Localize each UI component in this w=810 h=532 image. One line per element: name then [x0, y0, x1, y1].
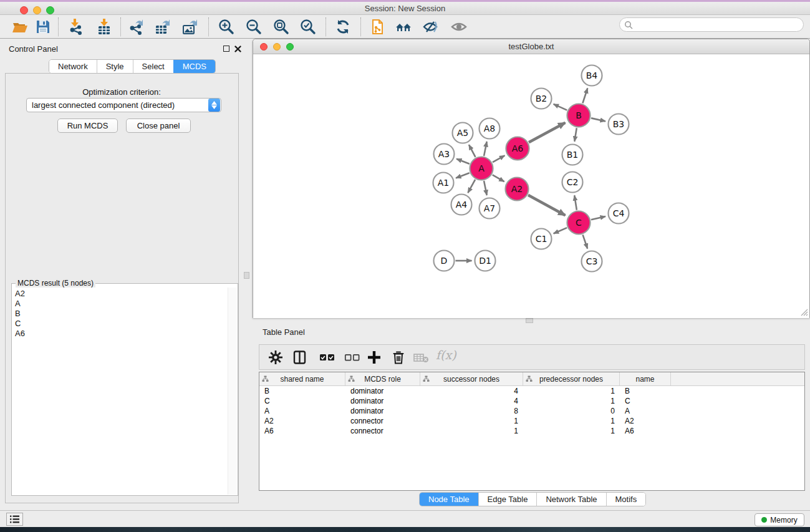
column-header-shared-name[interactable]: shared name: [259, 372, 345, 385]
column-header-MCDS-role[interactable]: MCDS role: [345, 372, 420, 385]
graph-node-C3[interactable]: C3: [582, 251, 602, 272]
graph-node-A7[interactable]: A7: [480, 198, 500, 219]
window-resize-grip[interactable]: [800, 308, 808, 316]
graph-edge-A-A2[interactable]: [493, 175, 504, 181]
criterion-dropdown[interactable]: largest connected component (directed): [26, 98, 221, 112]
select-all-icon[interactable]: [319, 350, 335, 365]
task-history-button[interactable]: [6, 513, 23, 526]
search-input[interactable]: [633, 19, 803, 31]
network-close-button[interactable]: [260, 43, 268, 51]
open-file-icon[interactable]: [11, 18, 29, 36]
export-network-icon[interactable]: [128, 18, 145, 36]
mcds-result-list[interactable]: A2ABCA6: [12, 288, 228, 495]
graph-edge-C-C4[interactable]: [591, 216, 605, 220]
refresh-icon[interactable]: [334, 18, 352, 36]
graph-node-B1[interactable]: B1: [562, 145, 583, 165]
graph-edge-B-B4[interactable]: [582, 88, 587, 103]
graph-node-B[interactable]: B: [567, 104, 591, 127]
graph-node-A8[interactable]: A8: [480, 118, 500, 139]
houses-icon[interactable]: [395, 18, 412, 36]
graph-edge-A-A8[interactable]: [484, 142, 487, 156]
graph-node-B3[interactable]: B3: [609, 114, 629, 135]
graph-edge-B-B3[interactable]: [591, 118, 605, 121]
zoom-selected-icon[interactable]: [299, 18, 316, 36]
table-row[interactable]: Bdominator41B: [259, 386, 804, 396]
network-canvas[interactable]: B4B2BB3A5A8A6B1A3AA1C2A2A4A7C4CC1C3DD1: [253, 54, 809, 318]
horizontal-splitter-handle[interactable]: [526, 318, 533, 323]
column-header-successor-nodes[interactable]: successor nodes: [420, 372, 523, 385]
graph-node-A3[interactable]: A3: [434, 144, 455, 165]
graph-node-C1[interactable]: C1: [531, 229, 552, 249]
graph-edge-A-A3[interactable]: [456, 159, 470, 164]
new-network-document-icon[interactable]: [369, 18, 387, 36]
run-mcds-button[interactable]: Run MCDS: [57, 118, 118, 133]
minimize-window-button[interactable]: [33, 6, 41, 14]
tab-node-table[interactable]: Node Table: [420, 493, 478, 506]
maximize-window-button[interactable]: [46, 6, 54, 14]
hide-selected-eye-icon[interactable]: [422, 18, 439, 36]
tab-select[interactable]: Select: [133, 60, 173, 73]
float-panel-icon[interactable]: [223, 46, 229, 52]
tab-style[interactable]: Style: [97, 60, 133, 73]
delete-column-trash-icon[interactable]: [391, 350, 406, 365]
zoom-in-icon[interactable]: [217, 18, 234, 36]
graph-edge-A-A5[interactable]: [469, 145, 475, 157]
tab-edge-table[interactable]: Edge Table: [478, 493, 537, 506]
graph-edge-A-A7[interactable]: [484, 181, 487, 195]
graph-node-D[interactable]: D: [434, 251, 455, 271]
table-row[interactable]: A6connector11A6: [259, 426, 804, 436]
vertical-splitter-handle[interactable]: [244, 272, 249, 279]
tab-network-table[interactable]: Network Table: [536, 493, 605, 506]
export-table-icon[interactable]: [153, 18, 171, 36]
network-graph[interactable]: B4B2BB3A5A8A6B1A3AA1C2A2A4A7C4CC1C3DD1: [253, 54, 809, 318]
graph-edge-C-C1[interactable]: [554, 228, 567, 233]
import-table-icon[interactable]: [95, 18, 113, 36]
memory-button[interactable]: Memory: [755, 513, 804, 526]
table-settings-gear-icon[interactable]: [268, 350, 283, 365]
zoom-fit-icon[interactable]: [272, 18, 289, 36]
graph-edge-B-B1[interactable]: [574, 128, 576, 142]
graph-edge-A-A4[interactable]: [468, 180, 475, 193]
graph-edge-C-C2[interactable]: [574, 195, 577, 210]
graph-node-A1[interactable]: A1: [433, 173, 454, 193]
search-field[interactable]: [619, 17, 804, 32]
graph-edge-A-A6[interactable]: [493, 155, 504, 162]
graph-edge-A-A1[interactable]: [456, 173, 470, 178]
graph-edge-A2-C[interactable]: [528, 195, 565, 215]
graph-node-A4[interactable]: A4: [451, 195, 472, 215]
table-row[interactable]: A2connector11A2: [259, 416, 804, 426]
graph-node-A6[interactable]: A6: [506, 137, 529, 160]
mcds-result-scrollbar[interactable]: [228, 288, 237, 495]
graph-node-B2[interactable]: B2: [531, 89, 552, 109]
select-columns-icon[interactable]: [292, 350, 307, 365]
tab-mcds[interactable]: MCDS: [173, 60, 215, 73]
tab-network[interactable]: Network: [49, 60, 97, 73]
close-window-button[interactable]: [20, 6, 28, 14]
graph-node-C2[interactable]: C2: [562, 172, 583, 193]
unselect-all-icon[interactable]: [344, 350, 360, 365]
zoom-out-icon[interactable]: [244, 18, 262, 36]
network-minimize-button[interactable]: [273, 43, 281, 51]
graph-edge-C-C3[interactable]: [583, 235, 588, 248]
network-maximize-button[interactable]: [286, 43, 294, 51]
graph-node-B4[interactable]: B4: [582, 65, 602, 86]
graph-edge-B-B2[interactable]: [554, 104, 567, 110]
network-window-titlebar[interactable]: testGlobe.txt: [253, 39, 809, 54]
table-row[interactable]: Adominator80A: [259, 406, 804, 416]
graph-node-D1[interactable]: D1: [475, 251, 496, 271]
graph-node-C[interactable]: C: [567, 211, 591, 235]
graph-node-A[interactable]: A: [470, 157, 493, 180]
close-panel-icon[interactable]: [234, 46, 241, 52]
export-image-icon[interactable]: [181, 18, 198, 36]
column-header-predecessor-nodes[interactable]: predecessor nodes: [523, 372, 620, 385]
table-row[interactable]: Cdominator41C: [259, 396, 804, 406]
column-header-name[interactable]: name: [620, 372, 671, 385]
show-all-eye-icon[interactable]: [450, 18, 468, 36]
close-panel-button[interactable]: Close panel: [126, 118, 191, 133]
save-session-icon[interactable]: [34, 18, 52, 36]
tab-motifs[interactable]: Motifs: [606, 493, 646, 506]
import-network-icon[interactable]: [67, 18, 85, 36]
graph-node-A2[interactable]: A2: [506, 178, 529, 201]
add-column-icon[interactable]: [367, 350, 382, 365]
graph-node-C4[interactable]: C4: [609, 203, 629, 224]
